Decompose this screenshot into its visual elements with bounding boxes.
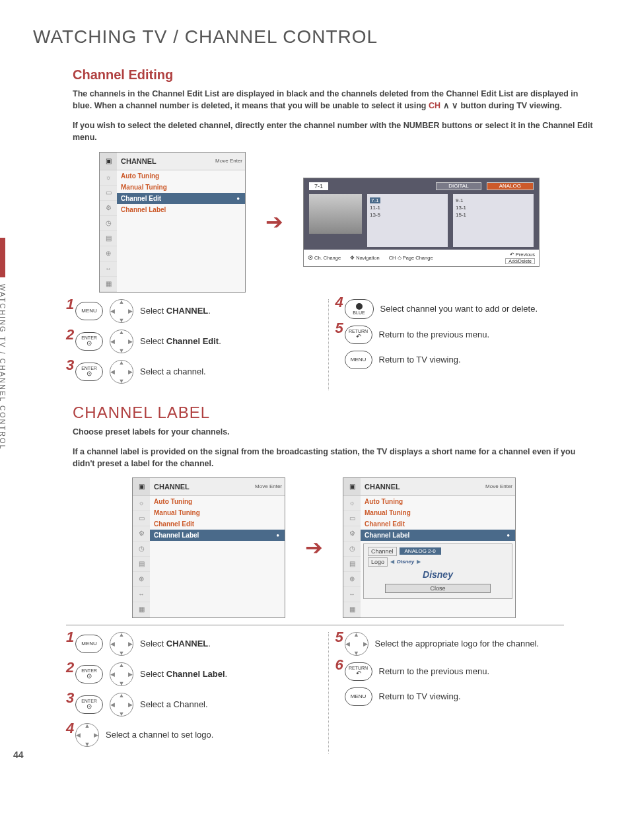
- osd-item[interactable]: Manual Tuning: [117, 182, 245, 193]
- display-icon: ▤: [343, 557, 361, 572]
- label-detail-channel: Channel ANALOG 2-0: [368, 547, 508, 556]
- hint-previous: Previous: [516, 252, 535, 258]
- steps-left: 1MENU▲▼◀▶Select CHANNEL.2ENTER⊙▲▼◀▶Selec…: [66, 299, 329, 390]
- dpad-icon: ▲▼◀▶: [110, 632, 133, 656]
- dpad-icon: ▲▼◀▶: [110, 299, 133, 323]
- intro-text-1b: ∧ ∨ button during TV viewing.: [443, 101, 562, 110]
- osd-item[interactable]: Manual Tuning: [361, 507, 515, 518]
- osd-item-list: Auto TuningManual TuningChannel EditChan…: [361, 496, 515, 541]
- osd-item[interactable]: Channel Label: [361, 530, 515, 541]
- step-description: Select a channel to set logo.: [106, 730, 213, 740]
- return-button-icon: RETURN↶: [345, 662, 372, 681]
- osd-hints: Move Enter: [255, 483, 285, 489]
- logo-preview: Disney: [365, 569, 510, 580]
- side-tab-text: WATCHING TV / CHANNEL CONTROL: [0, 284, 7, 450]
- triangle-left-icon[interactable]: ◀: [390, 559, 394, 565]
- step-number: 1: [66, 296, 74, 313]
- osd-hints: Move Enter: [485, 483, 515, 489]
- channel-edit-hints: ⦿ Ch. Change ✥ Navigation CH ◇ Page Chan…: [304, 250, 539, 266]
- hint-page-change: Page Change: [403, 255, 433, 261]
- step-number: 4: [335, 294, 343, 311]
- hint-add-delete: Add/Delete: [508, 259, 532, 263]
- menu-button-icon: MENU: [345, 351, 372, 369]
- osd-item[interactable]: Auto Tuning: [117, 170, 245, 182]
- tab-analog[interactable]: ANALOG: [487, 182, 534, 190]
- channel-entry[interactable]: 7-1: [370, 197, 445, 204]
- info-icon: ▦: [133, 602, 150, 617]
- dpad-icon: ▲▼◀▶: [110, 360, 133, 384]
- step-row: 3ENTER⊙▲▼◀▶Select a channel.: [66, 360, 322, 384]
- step-number: 5: [335, 320, 343, 337]
- logo-value: Disney: [397, 559, 414, 565]
- step-description: Select a Channel.: [140, 699, 208, 709]
- return-button-icon: RETURN↶: [345, 326, 372, 344]
- step-row: 3ENTER⊙▲▼◀▶Select a Channel.: [66, 693, 322, 717]
- intro2b: menu.: [73, 133, 97, 142]
- step-description: Select a channel.: [140, 367, 206, 376]
- step-row: 1MENU▲▼◀▶Select CHANNEL.: [66, 299, 322, 323]
- osd-title: CHANNEL: [361, 483, 485, 491]
- step-description: Select the appropriate logo for the chan…: [375, 639, 540, 648]
- channel-entry[interactable]: 11-1: [370, 204, 445, 211]
- lock-icon: ⊕: [133, 572, 150, 587]
- page-number: 44: [13, 750, 24, 760]
- osd-item[interactable]: Auto Tuning: [150, 496, 285, 507]
- osd-tab-column: ☼ ▭ ⚙ ◷ ▤ ⊕ ↔ ▦: [133, 496, 150, 617]
- dpad-icon: ▲▼◀▶: [345, 632, 368, 656]
- tab-digital[interactable]: DIGITAL: [436, 182, 481, 190]
- speaker-icon: ▭: [100, 186, 117, 201]
- osd-item[interactable]: Manual Tuning: [150, 507, 285, 518]
- osd-item[interactable]: Channel Label: [117, 204, 245, 215]
- channel-entry[interactable]: 13-1: [456, 204, 531, 211]
- divider: [66, 625, 564, 625]
- step-row: 5RETURN↶Return to the previous menu.: [335, 326, 591, 344]
- digital-channel-column: 7-111-113-5: [367, 194, 448, 247]
- osd-hints: Move Enter: [215, 158, 245, 164]
- sun-icon: ☼: [100, 170, 117, 186]
- osd-item[interactable]: Channel Edit: [117, 193, 245, 204]
- osd-label-menu-after: ▣ CHANNEL Move Enter ☼ ▭ ⚙ ◷ ▤ ⊕ ↔ ▦ Aut…: [343, 477, 516, 618]
- steps-right: 5▲▼◀▶Select the appropriate logo for the…: [329, 632, 598, 753]
- label-detail-logo: Logo ◀ Disney ▶: [368, 557, 508, 567]
- osd-channel-menu: ▣ CHANNEL Move Enter ☼ ▭ ⚙ ◷ ▤ ⊕ ↔ ▦ Aut…: [99, 152, 246, 293]
- clock-icon: ◷: [343, 542, 361, 557]
- arrow-right-icon: ➔: [305, 535, 323, 560]
- picture-icon: ▣: [343, 478, 361, 495]
- osd-item[interactable]: Channel Edit: [361, 518, 515, 530]
- osd-item[interactable]: Channel Label: [150, 530, 285, 541]
- speaker-icon: ▭: [343, 511, 361, 526]
- channel-entry[interactable]: 13-5: [370, 211, 445, 219]
- osd-item[interactable]: Auto Tuning: [361, 496, 515, 507]
- dpad-icon: ▲▼◀▶: [110, 662, 133, 686]
- channel-entry[interactable]: 15-1: [456, 211, 531, 219]
- channel-key: Channel: [368, 547, 397, 556]
- side-tab: WATCHING TV / CHANNEL CONTROL: [0, 238, 20, 502]
- ch-key: CH: [429, 101, 440, 110]
- close-button[interactable]: Close: [385, 584, 491, 593]
- step-description: Select CHANNEL.: [140, 306, 211, 316]
- clock-icon: ◷: [100, 216, 117, 231]
- step-description: Return to the previous menu.: [379, 666, 490, 676]
- gear-icon: ⚙: [100, 201, 117, 216]
- page-title: WATCHING TV / CHANNEL CONTROL: [33, 26, 597, 48]
- channel-editing-screens: ▣ CHANNEL Move Enter ☼ ▭ ⚙ ◷ ▤ ⊕ ↔ ▦ Aut…: [99, 152, 597, 293]
- sun-icon: ☼: [343, 496, 361, 511]
- enter-button-icon: ENTER⊙: [75, 695, 103, 714]
- step-row: MENUReturn to TV viewing.: [335, 351, 591, 369]
- step-number: 2: [66, 659, 74, 676]
- speaker-icon: ▭: [133, 511, 150, 526]
- step-number: 6: [335, 656, 343, 674]
- step-row: 4▲▼◀▶Select a channel to set logo.: [66, 723, 322, 747]
- current-channel-chip: 7-1: [309, 182, 328, 190]
- osd-item[interactable]: Channel Edit: [150, 518, 285, 530]
- blue-button-icon: BLUE: [345, 299, 374, 319]
- step-description: Return to TV viewing.: [379, 355, 461, 365]
- channel-editing-intro-1: The channels in the Channel Edit List ar…: [73, 88, 597, 112]
- lock-icon: ⊕: [343, 572, 361, 587]
- triangle-right-icon[interactable]: ▶: [417, 559, 421, 565]
- input-icon: ↔: [100, 262, 117, 277]
- channel-entry[interactable]: 9-1: [456, 197, 531, 204]
- step-row: 2ENTER⊙▲▼◀▶Select Channel Label.: [66, 662, 322, 686]
- input-icon: ↔: [343, 587, 361, 602]
- enter-button-icon: ENTER⊙: [75, 332, 103, 351]
